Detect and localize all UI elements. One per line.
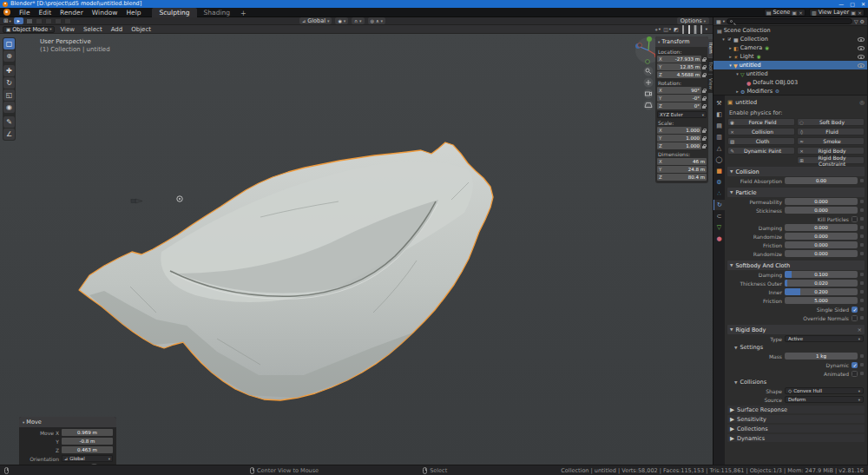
rotation-z-field[interactable]: Z0° [657, 102, 701, 109]
tab-tool[interactable]: Tool [707, 58, 713, 75]
kill-particles-checkbox[interactable] [852, 216, 858, 222]
show-gizmo-toggle[interactable]: ⌖ ▾ [654, 26, 661, 33]
menu-add[interactable]: Add [108, 25, 127, 34]
select-mode-invert-button[interactable] [55, 18, 62, 24]
view-layer-tab-icon[interactable]: ▥ [713, 132, 725, 142]
modifiers-tab-icon[interactable]: ⚙ [713, 177, 725, 188]
remove-rigid-body-icon[interactable]: × [858, 327, 862, 333]
rotation-y-field[interactable]: Y-0° [657, 95, 701, 102]
light-object[interactable] [177, 196, 182, 201]
lock-icon[interactable] [702, 144, 707, 148]
menu-window[interactable]: Window [88, 8, 122, 17]
thickness-outer-slider[interactable]: 0.020 [785, 280, 858, 287]
menu-view[interactable]: View [56, 25, 78, 34]
outliner-row-scene-collection[interactable]: ▤ Scene Collection [713, 26, 867, 35]
add-workspace-button[interactable]: + [237, 10, 250, 17]
select-mode-intersect-button[interactable] [64, 18, 71, 24]
camera-object[interactable] [131, 199, 142, 203]
sensitivity-section-header[interactable]: ▶Sensitivity [727, 415, 865, 423]
dynamic-paint-button[interactable]: ✎Dynamic Paint [727, 147, 795, 155]
collision-section-header[interactable]: ▼Collision [727, 167, 865, 176]
orientation-dropdown[interactable]: ⊿ Global ▾ [62, 455, 113, 462]
mass-field[interactable]: 1 kg [785, 353, 858, 360]
transform-tool[interactable]: ◉ [3, 102, 15, 113]
animate-dot[interactable] [860, 234, 864, 238]
animate-dot[interactable] [860, 307, 864, 311]
collision-button[interactable]: ×Collision [727, 128, 795, 135]
select-box-tool[interactable]: ▢ [3, 38, 15, 49]
animate-dot[interactable] [860, 281, 864, 285]
tab-item[interactable]: Item [707, 39, 713, 57]
outliner-row-collection[interactable]: ▾ ▦ Collection [713, 35, 867, 43]
tool-tab-icon[interactable]: ⚒ [713, 98, 725, 109]
pin-icon[interactable]: ◎ [859, 99, 865, 106]
cursor-tool[interactable]: ⊕ [3, 50, 15, 62]
unlink-scene-icon[interactable]: × [799, 9, 803, 16]
eye-icon[interactable] [858, 55, 865, 59]
surface-response-section-header[interactable]: ▶Surface Response [727, 406, 865, 413]
shape-dropdown[interactable]: ◇Convex Hull▾ [785, 387, 864, 394]
mesh-object[interactable] [79, 142, 493, 400]
single-sided-checkbox[interactable] [852, 307, 858, 313]
dimensions-y-field[interactable]: Y24.8 m [657, 166, 707, 173]
animate-dot[interactable] [860, 200, 864, 203]
constraints-tab-icon[interactable]: ⊂ [713, 211, 725, 221]
animate-dot[interactable] [860, 243, 864, 247]
scene-selector[interactable]: ▤ Scene ▣ × [764, 9, 806, 16]
world-tab-icon[interactable]: ◯ [713, 155, 725, 165]
proportional-editing-dropdown[interactable]: ◎ ∧ ▾ [368, 17, 386, 24]
sb-friction-field[interactable]: 5.000 [785, 297, 858, 304]
workspace-tab-sculpting[interactable]: Sculpting [152, 8, 196, 17]
particles-tab-icon[interactable]: ∴ [713, 188, 725, 199]
scale-z-field[interactable]: Z1.000 [657, 142, 701, 149]
animate-dot[interactable] [860, 273, 864, 276]
move-z-field[interactable]: 0.463 m [62, 446, 113, 453]
animated-checkbox[interactable] [852, 371, 858, 377]
rotation-x-field[interactable]: X90° [657, 87, 701, 94]
collection-exclude-checkbox[interactable] [727, 36, 732, 42]
editor-type-selector[interactable]: ⊞ ▾ [3, 17, 11, 25]
scale-x-field[interactable]: X1.000 [657, 127, 701, 134]
field-absorption-field[interactable]: 0.00 [785, 177, 858, 184]
soft-body-button[interactable]: ◌Soft Body [797, 118, 865, 126]
menu-help[interactable]: Help [122, 8, 145, 17]
transform-panel-header[interactable]: ▾ Transform [655, 36, 708, 47]
menu-select[interactable]: Select [80, 25, 106, 34]
animate-dot[interactable] [860, 179, 864, 182]
outliner-row-light[interactable]: ▸ ☀ Light ◉ [713, 52, 867, 61]
settings-subsection-header[interactable]: ▼Settings [727, 343, 865, 352]
physics-tab-icon[interactable]: ↻ [713, 200, 725, 210]
thickness-inner-slider[interactable]: 0.200 [785, 288, 858, 295]
menu-render[interactable]: Render [56, 8, 88, 17]
outliner-row-modifiers[interactable]: ▸ ⚙ Modifiers ⚙ [713, 87, 867, 96]
data-tab-icon[interactable]: ▽ [713, 222, 725, 233]
animate-dot[interactable] [860, 299, 864, 302]
move-panel-header[interactable]: ▾ Move [19, 417, 116, 427]
location-y-field[interactable]: Y12.85 m [657, 63, 701, 70]
active-tool-select-box-button[interactable]: ▸ [14, 17, 23, 24]
display-mode-icon[interactable]: ▦ [716, 18, 721, 24]
randomize-field[interactable]: 0.000 [785, 233, 858, 240]
collisions-subsection-header[interactable]: ▼Collisions [727, 378, 865, 386]
dimensions-x-field[interactable]: X46 m [657, 158, 707, 165]
camera-view-button[interactable] [644, 89, 654, 99]
eye-icon[interactable] [858, 63, 865, 68]
snap-toggle[interactable]: ∩ ▾ [352, 17, 364, 24]
rotation-mode-dropdown[interactable]: XYZ Euler▾ [657, 111, 707, 118]
dimensions-z-field[interactable]: Z80.4 m [657, 174, 707, 181]
options-dropdown[interactable]: Options ▾ [677, 17, 709, 24]
object-tab-icon[interactable]: ■ [713, 166, 725, 176]
rotate-tool[interactable]: ↻ [3, 77, 15, 89]
particle-section-header[interactable]: ▼Particle [727, 188, 865, 197]
lock-icon[interactable] [702, 89, 707, 93]
menu-object[interactable]: Object [128, 25, 155, 34]
eye-icon[interactable] [858, 37, 865, 42]
animate-dot[interactable] [860, 252, 864, 255]
scene-tab-icon[interactable]: △ [713, 143, 725, 154]
lock-icon[interactable] [702, 96, 707, 101]
rigid-body-type-dropdown[interactable]: Active▾ [785, 335, 864, 342]
rigid-body-section-header[interactable]: ▼Rigid Body× [727, 325, 865, 334]
lock-icon[interactable] [702, 129, 707, 133]
select-mode-extend-button[interactable] [36, 18, 43, 24]
stickiness-field[interactable]: 0.000 [785, 207, 858, 214]
